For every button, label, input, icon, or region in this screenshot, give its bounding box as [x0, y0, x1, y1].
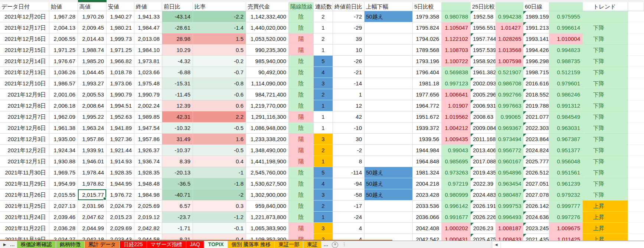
cell-r25[interactable]: 1.028265 [496, 33, 523, 45]
cell-r60[interactable]: 0.984549 [549, 111, 583, 123]
cell-ratio[interactable]: 0.4 [193, 156, 246, 167]
cell-trend[interactable]: 下降 [583, 89, 628, 100]
cell-turnover[interactable]: 1,302,900,000 [246, 189, 289, 200]
cell-close_diff[interactable]: -10 [333, 123, 365, 134]
cell-diff[interactable]: 10.29 [162, 45, 193, 56]
cell-close[interactable]: 1,990.79 [134, 89, 162, 100]
cell-range[interactable] [365, 156, 413, 167]
cell-low[interactable]: 1,928.35 [107, 167, 134, 178]
cell-d25[interactable]: 2006.931 [471, 100, 496, 111]
cell-high[interactable]: 1,939.91 [78, 145, 107, 156]
cell-d25[interactable]: 1957.744 [471, 33, 496, 45]
cell-d5[interactable]: 1964.848 [413, 156, 442, 167]
cell-d5[interactable]: 1794.026 [413, 33, 442, 45]
cell-diff[interactable]: -23.7 [162, 212, 193, 223]
cell-trend[interactable]: 上昇 [583, 234, 628, 241]
cell-turnover[interactable]: 90,492,000 [246, 67, 289, 78]
cell-d60[interactable]: 2021.435 [523, 234, 549, 241]
cell-ratio[interactable]: 1.6 [193, 134, 246, 145]
cell-close[interactable]: 1,984.47 [134, 22, 162, 33]
cell-filler[interactable] [628, 189, 644, 200]
cell-r25[interactable]: 0.956772 [496, 145, 523, 156]
cell-r5[interactable]: 1.009435 [442, 134, 471, 145]
cell-date[interactable]: 2021年12月8日 [0, 100, 49, 111]
cell-turnover[interactable]: 1,530,627,500 [246, 178, 289, 189]
cell-r60[interactable]: 0.999777 [549, 200, 583, 212]
cell-r60[interactable]: 0.956048 [549, 156, 583, 167]
cell-d60[interactable]: 2023.864 [523, 134, 549, 145]
cell-candle[interactable]: 陽 [289, 45, 314, 56]
cell-filler[interactable] [628, 11, 644, 22]
cell-high[interactable]: 1,978.82 [78, 178, 107, 189]
cell-low[interactable]: 1,980.21 [107, 22, 134, 33]
cell-streak[interactable]: 1 [314, 22, 333, 33]
cell-d5[interactable]: 1796.404 [413, 67, 442, 78]
cell-r60[interactable]: 0.979232 [549, 189, 583, 200]
cell-close_diff[interactable]: -72 [333, 11, 365, 22]
cell-date[interactable]: 2021年11月30日 [0, 167, 49, 178]
cell-d5[interactable]: 2042.408 [413, 223, 442, 234]
cell-filler[interactable] [628, 134, 644, 145]
cell-d60[interactable]: 2016.616 [523, 78, 549, 89]
cell-close_diff[interactable]: -14 [333, 78, 365, 89]
cell-close_diff[interactable]: -26 [333, 56, 365, 67]
cell-d25[interactable]: 1956.551 [471, 22, 496, 33]
cell-d60[interactable]: 2025.777 [523, 156, 549, 167]
cell-turnover[interactable]: 1,086,948,000 [246, 123, 289, 134]
cell-streak[interactable]: 5 [314, 167, 333, 178]
cell-open[interactable]: 2,015.55 [49, 189, 78, 200]
cell-ratio[interactable]: -2.2 [193, 11, 246, 22]
cell-close[interactable]: 1,957.86 [134, 134, 162, 145]
cell-r25[interactable]: 1.007598 [496, 56, 523, 67]
cell-r60[interactable]: 0.996614 [549, 22, 583, 33]
cell-candle[interactable]: 陰 [289, 200, 314, 212]
cell-candle[interactable]: 陽 [289, 111, 314, 123]
cell-close_diff[interactable]: 8 [333, 156, 365, 167]
cell-r5[interactable]: 0.569838 [442, 67, 471, 78]
cell-close_diff[interactable]: -94 [333, 178, 365, 189]
cell-range[interactable] [365, 56, 413, 67]
cell-date[interactable]: 2021年12月15日 [0, 45, 49, 56]
cell-close[interactable]: 2,019.12 [134, 212, 162, 223]
cell-r25[interactable]: 1.008433 [496, 234, 523, 241]
cell-r5[interactable]: 1.000202 [442, 223, 471, 234]
cell-trend[interactable]: 下降 [583, 167, 628, 178]
cell-candle[interactable]: 陰 [289, 89, 314, 100]
cell-d25[interactable]: 2026.191 [471, 200, 496, 212]
cell-d25[interactable]: 2009.084 [471, 123, 496, 134]
cell-open[interactable]: 1,924.34 [49, 145, 78, 156]
cell-open[interactable]: 1,986.57 [49, 78, 78, 89]
cell-ratio[interactable]: -0.5 [193, 145, 246, 156]
cell-streak[interactable]: 2 [314, 11, 333, 22]
cell-d5[interactable]: 1981.324 [413, 167, 442, 178]
cell-candle[interactable]: 陽 [289, 33, 314, 45]
cell-d60[interactable]: 1994.426 [523, 45, 549, 56]
cell-d60[interactable]: 2024.824 [523, 145, 549, 156]
cell-r25[interactable]: 0.999753 [496, 200, 523, 212]
cell-turnover[interactable]: 985,940,000 [246, 56, 289, 67]
cell-streak[interactable]: 4 [314, 178, 333, 189]
cell-candle[interactable]: 陽 [289, 223, 314, 234]
cell-open[interactable]: 1,967.28 [49, 11, 78, 22]
cell-close_diff[interactable]: -29 [333, 22, 365, 33]
cell-low[interactable]: 1,990.79 [107, 89, 134, 100]
cell-d60[interactable]: 1989.159 [523, 11, 549, 22]
cell-trend[interactable]: 下降 [583, 78, 628, 89]
cell-trend[interactable]: 下降 [583, 22, 628, 33]
cell-diff[interactable]: -15.31 [162, 78, 193, 89]
cell-diff[interactable]: 28.98 [162, 33, 193, 45]
cell-ratio[interactable]: -2 [193, 189, 246, 200]
sheet-tab-kabuka-shindan-kakunin[interactable]: 株価診断確認 [17, 241, 56, 248]
cell-turnover[interactable]: 1,233,338,200 [246, 134, 289, 145]
cell-date[interactable]: 2021年12月13日 [0, 67, 49, 78]
cell-d25[interactable]: 2017.088 [471, 156, 496, 167]
cell-r5[interactable]: 1.000431 [442, 234, 471, 241]
cell-trend[interactable]: 下降 [583, 100, 628, 111]
cell-range[interactable] [365, 111, 413, 123]
cell-date[interactable]: 2021年12月1日 [0, 156, 49, 167]
cell-date[interactable]: 2021年12月14日 [0, 56, 49, 67]
cell-low[interactable]: 1,999.73 [107, 33, 134, 45]
cell-close_diff[interactable]: 42 [333, 111, 365, 123]
cell-diff[interactable]: 31.49 [162, 134, 193, 145]
cell-d5[interactable]: 1939.56 [413, 134, 442, 145]
